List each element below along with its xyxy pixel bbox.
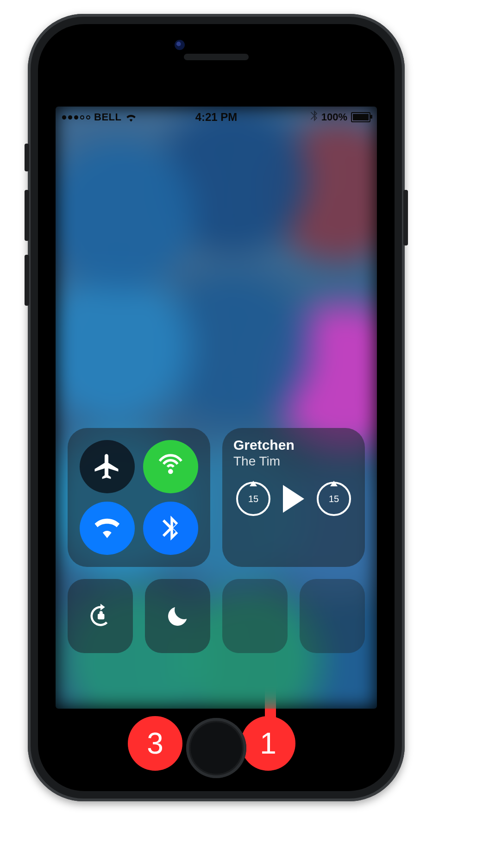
volume-down-button[interactable] [25,255,29,306]
signal-strength-icon [62,115,90,120]
tiles-row-right [222,579,365,709]
media-title: Gretchen [233,437,354,453]
status-time: 4:21 PM [195,111,238,124]
play-button[interactable] [283,485,304,513]
control-center[interactable]: Gretchen The Tim 15 15 [68,428,365,709]
media-card[interactable]: Gretchen The Tim 15 15 [222,428,365,567]
seek-back-label: 15 [248,494,258,504]
wifi-status-icon [125,113,137,122]
airplane-icon [92,452,123,481]
media-subtitle: The Tim [233,454,354,469]
empty-tile[interactable] [300,579,365,653]
battery-icon [351,112,370,122]
iphone-frame: BELL 4:21 PM 100% [28,14,405,801]
seek-forward-label: 15 [329,494,339,504]
home-button[interactable] [186,718,246,778]
bluetooth-toggle[interactable] [143,502,198,555]
connectivity-card[interactable] [68,428,210,567]
orientation-lock-tile[interactable] [68,579,133,653]
bluetooth-status-icon [310,110,318,124]
power-button[interactable] [403,190,408,245]
airplane-mode-toggle[interactable] [80,440,135,493]
screen: BELL 4:21 PM 100% [56,107,377,709]
mute-switch[interactable] [25,144,29,171]
status-bar: BELL 4:21 PM 100% [56,107,377,128]
earpiece-speaker [184,54,249,60]
wifi-toggle[interactable] [80,502,135,555]
cellular-data-toggle[interactable] [143,440,198,493]
carrier-label: BELL [94,111,121,123]
seek-forward-button[interactable]: 15 [317,482,351,516]
volume-up-button[interactable] [25,190,29,241]
empty-tile[interactable] [222,579,288,653]
bluetooth-icon [155,513,186,543]
rotation-lock-icon [87,603,114,629]
wifi-icon [92,513,123,543]
battery-percent: 100% [321,111,347,123]
seek-back-button[interactable]: 15 [236,482,270,516]
cellular-icon [155,452,186,481]
moon-icon [164,603,191,629]
do-not-disturb-tile[interactable] [145,579,210,653]
front-camera [175,40,185,50]
tiles-row-left [68,579,210,709]
